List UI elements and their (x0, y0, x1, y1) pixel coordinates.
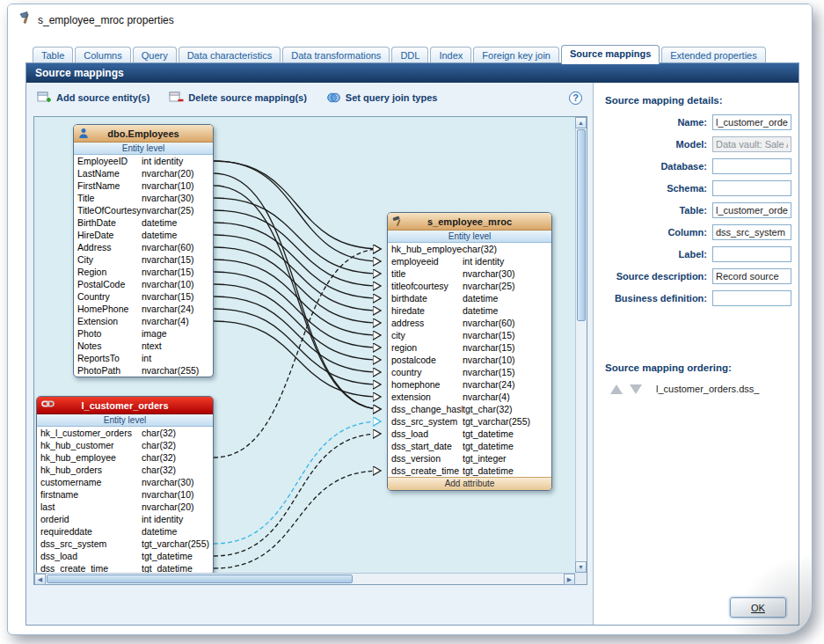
add-attribute-button[interactable]: Add attribute (388, 477, 551, 490)
attribute-row[interactable]: dss_src_systemtgt_varchar(255) (37, 538, 213, 550)
mapping-connection[interactable] (214, 284, 381, 360)
mapping-connection[interactable] (214, 296, 381, 372)
attribute-row[interactable]: Regionnvarchar(15) (74, 266, 213, 278)
attribute-row[interactable]: PhotoPathnvarchar(255) (74, 364, 213, 377)
attribute-row[interactable]: homephonenvarchar(24) (388, 378, 551, 391)
tab-table[interactable]: Table (33, 47, 73, 63)
attribute-row[interactable]: dss_versiontgt_integer (388, 452, 551, 465)
delete-source-mapping-button[interactable]: Delete source mapping(s) (169, 91, 306, 104)
attribute-row[interactable]: hiredatedatetime (388, 304, 551, 317)
attribute-row[interactable]: countrynvarchar(15) (388, 366, 551, 378)
business-definition-input[interactable] (712, 290, 791, 306)
vertical-scrollbar[interactable]: ▲ ▼ (575, 117, 587, 573)
attribute-row[interactable]: Citynvarchar(15) (74, 253, 213, 266)
entity-s_employee_mroc[interactable]: s_employee_mrocEntity levelhk_hub_employ… (387, 212, 552, 491)
mapping-connection[interactable] (214, 272, 381, 348)
attribute-row[interactable]: Countrynvarchar(15) (74, 290, 213, 303)
attribute-row[interactable]: TitleOfCourtesynvarchar(25) (74, 204, 213, 216)
entity-header-s_employee_mroc[interactable]: s_employee_mroc (388, 213, 551, 231)
tab-columns[interactable]: Columns (75, 47, 130, 63)
entity-employees[interactable]: dbo.EmployeesEntity levelEmployeeIDint i… (73, 124, 214, 377)
horizontal-scrollbar[interactable]: ◀ ▶ (34, 573, 575, 584)
mapping-connection[interactable] (214, 260, 381, 335)
attribute-row[interactable]: firstnamenvarchar(10) (37, 488, 213, 501)
scroll-up-button[interactable]: ▲ (575, 117, 587, 128)
tab-index[interactable]: Index (430, 47, 471, 63)
set-query-join-types-button[interactable]: Set query join types (326, 91, 438, 104)
model-input[interactable] (712, 136, 791, 152)
mapping-connection[interactable] (214, 223, 381, 298)
attribute-row[interactable]: regionnvarchar(15) (388, 341, 551, 354)
label-input[interactable] (712, 246, 791, 262)
attribute-row[interactable]: Titlenvarchar(30) (74, 192, 213, 204)
horizontal-scroll-thumb[interactable] (47, 574, 353, 583)
mapping-connection[interactable] (214, 235, 381, 311)
mapping-connection[interactable] (214, 249, 381, 457)
attribute-row[interactable]: birthdatedatetime (388, 292, 551, 304)
tab-source-mappings[interactable]: Source mappings (561, 45, 660, 64)
attribute-row[interactable]: employeeidint identity (388, 255, 551, 267)
attribute-row[interactable]: orderidint identity (37, 513, 213, 525)
mapping-canvas[interactable]: dbo.EmployeesEntity levelEmployeeIDint i… (34, 117, 575, 573)
attribute-row[interactable]: dss_create_timetgt_datetime (37, 562, 213, 573)
tab-query[interactable]: Query (133, 47, 177, 63)
attribute-row[interactable]: dss_start_datetgt_datetime (388, 440, 551, 452)
mapping-connection[interactable] (214, 309, 381, 384)
tab-data-characteristics[interactable]: Data characteristics (179, 47, 281, 63)
attribute-row[interactable]: extensionnvarchar(4) (388, 391, 551, 403)
attribute-row[interactable]: EmployeeIDint identity (74, 155, 213, 167)
mapping-connection[interactable] (214, 161, 381, 249)
ok-button[interactable]: OK (730, 597, 786, 618)
help-icon[interactable]: ? (569, 91, 582, 105)
attribute-row[interactable]: hk_l_customer_orderschar(32) (37, 427, 213, 439)
attribute-row[interactable]: postalcodenvarchar(10) (388, 354, 551, 366)
scroll-right-button[interactable]: ▶ (564, 574, 575, 585)
attribute-row[interactable]: hk_hub_employeechar(32) (37, 451, 213, 464)
tab-ddl[interactable]: DDL (391, 47, 428, 63)
attribute-row[interactable]: requireddatedatetime (37, 525, 213, 538)
attribute-row[interactable]: LastNamenvarchar(20) (74, 167, 213, 179)
mapping-connection[interactable] (214, 198, 381, 274)
name-input[interactable] (712, 114, 791, 130)
attribute-row[interactable]: dss_loadtgt_datetime (37, 550, 213, 562)
attribute-row[interactable]: lastnvarchar(20) (37, 501, 213, 513)
vertical-scroll-thumb[interactable] (577, 129, 586, 321)
tab-data-transformations[interactable]: Data transformations (282, 47, 390, 63)
attribute-row[interactable]: hk_hub_customerchar(32) (37, 439, 213, 451)
attribute-row[interactable]: dss_create_timetgt_datetime (388, 465, 551, 477)
scroll-down-button[interactable]: ▼ (575, 561, 587, 573)
attribute-row[interactable]: HireDatedatetime (74, 229, 213, 241)
attribute-row[interactable]: dss_loadtgt_datetime (388, 428, 551, 440)
attribute-row[interactable]: FirstNamenvarchar(10) (74, 179, 213, 192)
schema-input[interactable] (712, 180, 791, 196)
database-input[interactable] (712, 158, 791, 174)
mapping-connection[interactable] (214, 210, 381, 286)
mapping-connection[interactable] (214, 421, 381, 544)
source-description-input[interactable] (712, 268, 791, 284)
attribute-row[interactable]: addressnvarchar(60) (388, 317, 551, 329)
entity-header-l_customer_orders[interactable]: l_customer_orders (37, 397, 213, 414)
attribute-row[interactable]: HomePhonenvarchar(24) (74, 303, 213, 315)
attribute-row[interactable]: Extensionnvarchar(4) (74, 315, 213, 327)
mapping-connection[interactable] (214, 434, 381, 556)
attribute-row[interactable]: Notesntext (74, 340, 213, 352)
move-down-icon[interactable] (630, 384, 642, 394)
mapping-connection[interactable] (214, 186, 381, 409)
attribute-row[interactable]: titleofcourtesynvarchar(25) (388, 280, 551, 292)
mapping-connection[interactable] (214, 321, 381, 397)
tab-extended-properties[interactable]: Extended properties (661, 47, 765, 63)
add-source-entity-button[interactable]: Add source entity(s) (37, 91, 149, 104)
attribute-row[interactable]: BirthDatedatetime (74, 216, 213, 229)
ordering-item[interactable]: l_customer_orders.dss_ (649, 384, 759, 394)
attribute-row[interactable]: hk_hub_orderschar(32) (37, 464, 213, 476)
attribute-row[interactable]: Addressnvarchar(60) (74, 241, 213, 253)
attribute-row[interactable]: customernamenvarchar(30) (37, 476, 213, 488)
column-input[interactable] (712, 224, 791, 240)
attribute-row[interactable]: Photoimage (74, 327, 213, 340)
attribute-row[interactable]: PostalCodenvarchar(10) (74, 278, 213, 290)
entity-header-employees[interactable]: dbo.Employees (74, 125, 213, 143)
mapping-connection[interactable] (214, 247, 381, 323)
move-up-icon[interactable] (610, 384, 623, 394)
scroll-left-button[interactable]: ◀ (34, 574, 46, 585)
mapping-connection[interactable] (214, 173, 381, 409)
